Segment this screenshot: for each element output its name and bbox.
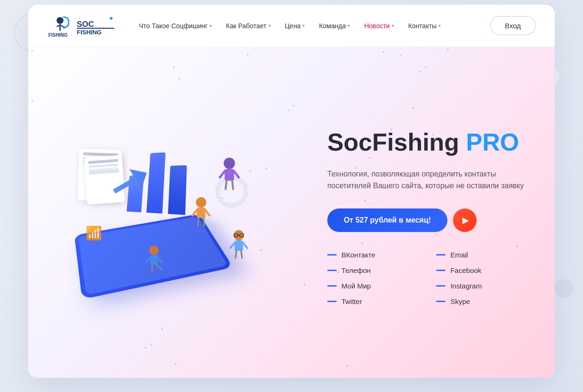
svg-line-21 xyxy=(198,218,199,226)
hero-content: SocFishing PRO Технология, позволяющая о… xyxy=(318,47,555,378)
nav-link-news[interactable]: Новости▾ xyxy=(358,18,399,33)
svg-point-23 xyxy=(149,246,159,255)
logo-text: SOC FISHING xyxy=(77,16,114,35)
svg-point-17 xyxy=(196,197,206,208)
svg-line-16 xyxy=(232,181,233,189)
login-button[interactable]: Вход xyxy=(490,16,536,35)
chevron-icon: ▾ xyxy=(438,23,441,28)
svg-line-34 xyxy=(230,243,235,248)
svg-line-28 xyxy=(156,264,162,269)
svg-line-20 xyxy=(205,210,210,216)
contact-label-twitter: Twitter xyxy=(341,297,362,305)
svg-text:FISHING: FISHING xyxy=(49,32,68,38)
cta-button[interactable]: От 527 рублей в месяц! xyxy=(327,208,447,232)
contact-dash xyxy=(436,254,445,256)
contact-dash xyxy=(327,270,337,271)
svg-line-35 xyxy=(243,243,247,248)
chevron-icon: ▾ xyxy=(348,23,350,28)
chevron-icon: ▾ xyxy=(392,23,394,28)
nav-links: Что Такое Соцфишинг▾Как Работает▾Цена▾Ко… xyxy=(133,18,490,33)
chevron-icon: ▾ xyxy=(268,23,271,28)
svg-rect-24 xyxy=(150,255,158,264)
svg-rect-12 xyxy=(225,169,234,181)
nav-link-how[interactable]: Как Работает▾ xyxy=(220,18,276,33)
logo-icon: FISHING xyxy=(47,13,73,39)
svg-rect-18 xyxy=(197,208,205,218)
contact-item-email: Email xyxy=(436,251,531,259)
navbar: FISHING SOC FISHING Что Такое Соцфишинг▾… xyxy=(28,5,555,47)
contact-dash xyxy=(327,285,337,287)
chevron-icon: ▾ xyxy=(302,23,305,28)
contact-dash xyxy=(436,301,445,302)
nav-link-what[interactable]: Что Такое Соцфишинг▾ xyxy=(133,18,218,33)
svg-line-37 xyxy=(241,251,242,258)
contact-item-phone: Телефон xyxy=(327,266,422,274)
contact-item-myworld: Мой Мир xyxy=(327,282,422,290)
svg-rect-33 xyxy=(235,240,243,251)
contact-label-skype: Skype xyxy=(450,297,470,305)
contact-label-myworld: Мой Мир xyxy=(341,282,371,290)
contact-label-vk: ВКонтакте xyxy=(341,251,375,259)
nav-link-price[interactable]: Цена▾ xyxy=(279,18,311,33)
deco-circle-2 xyxy=(555,279,574,298)
hero-description: Технология, позволяющая определить конта… xyxy=(327,168,525,192)
contact-item-skype: Skype xyxy=(436,297,531,305)
svg-line-36 xyxy=(235,251,236,258)
isometric-illustration: 📶 xyxy=(60,119,286,307)
contact-dash xyxy=(327,301,337,302)
contact-item-instagram: Instagram xyxy=(436,282,531,290)
hero-title-part1: SocFishing xyxy=(327,128,466,156)
play-button[interactable] xyxy=(453,208,477,232)
contact-label-phone: Телефон xyxy=(341,266,371,274)
nav-label-how: Как Работает xyxy=(226,22,267,30)
hero-illustration: 📶 xyxy=(28,47,318,378)
nav-link-team[interactable]: Команда▾ xyxy=(313,18,356,33)
svg-line-19 xyxy=(193,210,197,216)
nav-link-contacts[interactable]: Контакты▾ xyxy=(403,18,446,33)
svg-line-22 xyxy=(203,218,204,226)
hero-cta: От 527 рублей в месяц! xyxy=(327,208,531,232)
hero-title-pro: PRO xyxy=(466,128,519,156)
nav-label-news: Новости xyxy=(364,22,389,30)
svg-point-4 xyxy=(63,26,65,29)
contact-item-twitter: Twitter xyxy=(327,297,422,305)
main-card: FISHING SOC FISHING Что Такое Соцфишинг▾… xyxy=(28,5,555,378)
svg-text:SOC: SOC xyxy=(77,20,94,29)
contact-dash xyxy=(436,285,445,287)
svg-point-11 xyxy=(224,158,235,169)
contact-label-email: Email xyxy=(450,251,468,259)
contact-label-instagram: Instagram xyxy=(450,282,482,290)
contact-item-vk: ВКонтакте xyxy=(327,251,422,259)
cta-suffix: рублей в месяц! xyxy=(368,216,431,224)
svg-line-26 xyxy=(158,257,162,262)
figures-svg xyxy=(60,119,286,307)
nav-label-price: Цена xyxy=(285,22,301,30)
cta-prefix: От xyxy=(344,216,356,224)
contacts-grid: ВКонтактеEmailТелефонFacebookМой МирInst… xyxy=(327,251,531,305)
chevron-icon: ▾ xyxy=(210,23,212,28)
svg-point-10 xyxy=(110,17,113,20)
hero-title: SocFishing PRO xyxy=(327,129,531,156)
svg-point-0 xyxy=(57,17,64,24)
page-wrapper: FISHING SOC FISHING Что Такое Соцфишинг▾… xyxy=(0,0,583,392)
svg-line-25 xyxy=(146,257,150,262)
nav-right: Вход xyxy=(490,16,536,35)
nav-label-what: Что Такое Соцфишинг xyxy=(139,22,208,30)
contact-dash xyxy=(436,270,445,271)
svg-text:FISHING: FISHING xyxy=(77,29,102,35)
nav-label-contacts: Контакты xyxy=(408,22,437,30)
contact-label-facebook: Facebook xyxy=(450,266,481,274)
nav-label-team: Команда xyxy=(319,22,346,30)
contact-item-facebook: Facebook xyxy=(436,266,531,274)
logo[interactable]: FISHING SOC FISHING xyxy=(47,13,114,39)
hero-section: 📶 xyxy=(28,47,555,378)
svg-line-15 xyxy=(226,181,227,189)
svg-line-13 xyxy=(220,171,225,177)
cta-price: 527 xyxy=(356,216,368,224)
svg-line-14 xyxy=(234,171,239,177)
contact-dash xyxy=(327,254,337,256)
